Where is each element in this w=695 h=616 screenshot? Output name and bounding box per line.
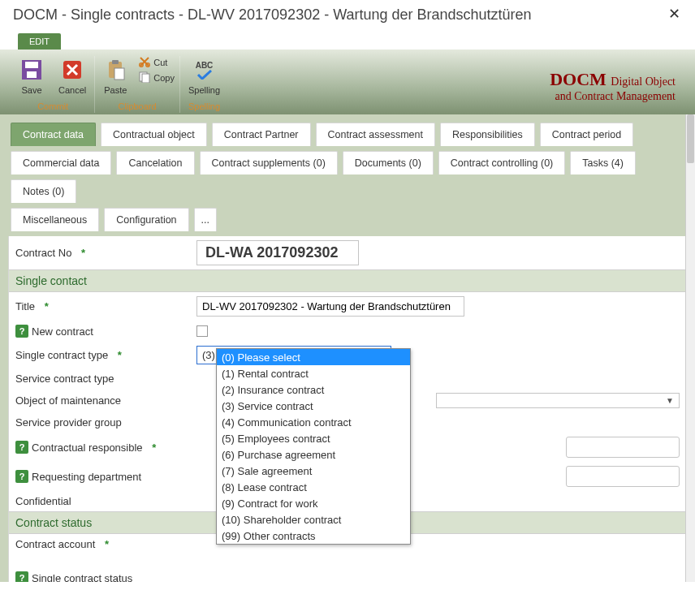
- required-marker: *: [152, 442, 156, 454]
- ribbon: Save Cancel Commit Paste: [0, 50, 695, 114]
- confidential-label: Confidential: [15, 495, 71, 507]
- service-contract-type-label: Service contract type: [15, 373, 114, 385]
- spelling-icon: ABC: [192, 58, 217, 82]
- copy-icon: [139, 71, 150, 84]
- svg-rect-1: [25, 62, 38, 68]
- required-marker: *: [45, 300, 49, 312]
- form-tab[interactable]: Tasks (4): [570, 151, 636, 174]
- contractual-responsible-label: Contractual responsible: [32, 442, 143, 454]
- scroll-thumb[interactable]: [687, 114, 694, 163]
- cancel-label: Cancel: [58, 85, 86, 95]
- form-tab[interactable]: Commercial data: [11, 151, 111, 174]
- contractual-responsible-input[interactable]: [566, 437, 680, 458]
- form-tab[interactable]: Contract data: [11, 123, 96, 146]
- brand-sub1: Digital Object: [611, 75, 676, 88]
- cancel-button[interactable]: Cancel: [55, 56, 89, 97]
- dropdown-option[interactable]: (2) Insurance contract: [217, 381, 410, 398]
- form-tab[interactable]: Documents (0): [343, 151, 434, 174]
- svg-rect-10: [142, 74, 149, 83]
- dropdown-option[interactable]: (5) Employees contract: [217, 430, 410, 446]
- object-of-maintenance-select[interactable]: ▼: [436, 393, 680, 408]
- help-icon[interactable]: ?: [15, 441, 28, 454]
- save-label: Save: [21, 85, 41, 95]
- window-title-bar: DOCM - Single contracts - DL-WV 20170923…: [0, 0, 695, 33]
- service-provider-group-label: Service provider group: [15, 416, 122, 429]
- help-icon[interactable]: ?: [15, 470, 28, 483]
- spelling-button[interactable]: ABC Spelling: [185, 56, 223, 97]
- help-icon[interactable]: ?: [15, 571, 28, 582]
- new-contract-label: New contract: [32, 325, 93, 338]
- requesting-department-input[interactable]: [566, 466, 680, 487]
- ribbon-group-commit: Save Cancel Commit: [11, 56, 94, 113]
- title-label: Title: [15, 300, 35, 312]
- ribbon-group-label-spelling: Spelling: [188, 101, 220, 111]
- save-icon: [19, 58, 44, 82]
- form-tab[interactable]: Notes (0): [11, 179, 76, 203]
- dropdown-option[interactable]: (3) Service contract: [217, 398, 410, 414]
- brand-main: DOCM: [550, 69, 607, 89]
- required-marker: *: [81, 247, 85, 259]
- form-area: Contract No * DL-WA 2017092302 Single co…: [8, 236, 687, 582]
- form-tab[interactable]: Contract supplements (0): [200, 151, 338, 174]
- brand-block: DOCM Digital Object and Contract Managem…: [550, 69, 676, 103]
- svg-rect-5: [112, 60, 119, 64]
- spelling-label: Spelling: [188, 85, 220, 95]
- new-contract-checkbox[interactable]: [196, 325, 208, 337]
- window-title: DOCM - Single contracts - DL-WV 20170923…: [13, 6, 532, 23]
- dropdown-option[interactable]: (6) Purchase agreement: [217, 446, 410, 463]
- title-input[interactable]: [196, 296, 464, 317]
- dropdown-option[interactable]: (1) Rental contract: [217, 365, 410, 381]
- dropdown-option[interactable]: (4) Communication contract: [217, 414, 410, 430]
- form-tab[interactable]: Contract period: [540, 123, 633, 146]
- ribbon-tab-edit[interactable]: EDIT: [18, 33, 61, 50]
- cancel-icon: [60, 58, 84, 82]
- save-button[interactable]: Save: [16, 56, 47, 97]
- contract-account-label: Contract account: [15, 538, 95, 550]
- content-area: Contract dataContractual objectContract …: [0, 114, 695, 582]
- required-marker: *: [105, 538, 109, 550]
- ribbon-group-spelling: ABC Spelling Spelling: [179, 56, 228, 113]
- form-tab-strip: Contract dataContractual objectContract …: [5, 119, 690, 236]
- form-tab[interactable]: Cancelation: [116, 151, 194, 174]
- chevron-down-icon: ▼: [666, 396, 674, 405]
- vertical-scrollbar[interactable]: [685, 114, 695, 582]
- cut-button[interactable]: Cut: [139, 56, 175, 69]
- form-tab[interactable]: Miscellaneous: [11, 208, 99, 231]
- form-tab[interactable]: Configuration: [104, 208, 188, 231]
- help-icon[interactable]: ?: [15, 325, 28, 338]
- required-marker: *: [118, 349, 122, 361]
- single-contract-status-label: Single contract status: [32, 572, 132, 583]
- dropdown-option[interactable]: (7) Sale agreement: [217, 463, 410, 479]
- svg-rect-6: [114, 68, 124, 80]
- form-tab[interactable]: Contract assessment: [316, 123, 435, 146]
- cut-label: Cut: [153, 58, 167, 67]
- single-contract-type-dropdown[interactable]: (0) Please select(1) Rental contract(2) …: [216, 348, 411, 545]
- section-single-contact: Single contact: [9, 269, 686, 292]
- dropdown-option[interactable]: (8) Lease contract: [217, 479, 410, 495]
- object-of-maintenance-label: Object of maintenance: [15, 394, 121, 407]
- form-tab[interactable]: Contract controlling (0): [438, 151, 565, 174]
- copy-label: Copy: [153, 73, 175, 83]
- cut-icon: [139, 56, 150, 69]
- form-tab[interactable]: Contract Partner: [212, 123, 311, 146]
- row-single-contract-status: ? Single contract status (2) Active ▼: [9, 567, 686, 582]
- row-title: Title *: [9, 292, 686, 321]
- form-tab[interactable]: Contractual object: [101, 123, 207, 146]
- ribbon-group-clipboard: Paste Cut Copy Clipboard: [94, 56, 179, 113]
- form-tab[interactable]: ...: [194, 208, 217, 231]
- single-contract-type-label: Single contract type: [15, 349, 108, 361]
- contract-no-label: Contract No: [15, 247, 71, 259]
- row-contract-no: Contract No * DL-WA 2017092302: [9, 236, 686, 269]
- brand-sub2: and Contract Management: [550, 90, 676, 103]
- paste-button[interactable]: Paste: [100, 56, 131, 97]
- dropdown-option[interactable]: (9) Contract for work: [217, 495, 410, 511]
- form-tab[interactable]: Responsibilities: [440, 123, 535, 146]
- dropdown-option[interactable]: (99) Other contracts: [217, 528, 410, 544]
- close-icon[interactable]: ✕: [668, 5, 680, 23]
- ribbon-tab-strip: EDIT: [0, 33, 695, 50]
- dropdown-option[interactable]: (10) Shareholder contract: [217, 511, 410, 528]
- copy-button[interactable]: Copy: [139, 71, 175, 84]
- paste-label: Paste: [104, 85, 127, 95]
- dropdown-option[interactable]: (0) Please select: [217, 349, 410, 365]
- svg-rect-2: [27, 71, 37, 78]
